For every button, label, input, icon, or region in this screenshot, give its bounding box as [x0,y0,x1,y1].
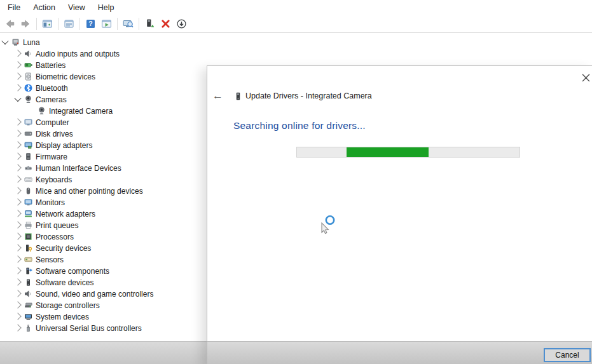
menu-bar: FileActionViewHelp [0,0,592,15]
chevron-right-icon[interactable] [15,325,24,330]
driver-device-icon [234,92,242,100]
tree-item-sensors[interactable]: Sensors [0,253,207,265]
chevron-glyph [14,324,21,331]
chevron-glyph [1,37,8,44]
tree-item-biometric-devices[interactable]: Biometric devices [0,71,207,82]
chevron-right-icon[interactable] [15,245,24,250]
tree-item-audio-inputs-and-outputs[interactable]: Audio inputs and outputs [0,48,207,59]
chevron-right-icon[interactable] [15,291,24,296]
chevron-right-icon[interactable] [15,188,24,193]
update-driver-icon [144,18,155,29]
chevron-right-icon[interactable] [15,211,24,216]
chevron-right-icon[interactable] [15,280,24,285]
usb-controller-icon [24,324,32,332]
tree-item-software-devices[interactable]: Software devices [0,276,207,288]
tree-item-batteries[interactable]: Batteries [0,59,207,71]
tree-item-monitors[interactable]: Monitors [0,196,207,208]
tree-item-label: Cameras [36,95,67,104]
chevron-right-icon[interactable] [15,165,24,170]
tree-item-display-adapters[interactable]: Display adapters [0,139,207,151]
chevron-glyph [14,233,21,239]
chevron-right-icon[interactable] [15,119,24,125]
chevron-right-icon[interactable] [15,74,24,79]
tree-item-network-adapters[interactable]: Network adapters [0,208,207,219]
toolbar-uninstall-device-button[interactable] [158,17,174,32]
toolbar-disable-device-button[interactable] [174,17,189,32]
chevron-right-icon[interactable] [15,142,24,147]
tree-item-label: Network adapters [36,209,95,219]
chevron-glyph [14,301,21,308]
tree-item-system-devices[interactable]: System devices [0,311,207,322]
chevron-right-icon[interactable] [15,268,24,273]
tree-item-security-devices[interactable]: Security devices [0,242,207,253]
chevron-right-icon[interactable] [15,234,24,239]
chevron-down-icon[interactable] [15,97,24,102]
chevron-right-icon[interactable] [15,177,24,182]
tree-item-label: Audio inputs and outputs [36,49,120,58]
help-icon: ? [85,18,96,29]
chevron-down-icon[interactable] [3,39,11,44]
dialog-close-button[interactable] [579,71,592,84]
chevron-right-icon[interactable] [15,314,24,319]
chevron-right-icon[interactable] [15,302,24,307]
tree-item-bluetooth[interactable]: Bluetooth [0,82,207,93]
toolbar-action-pane-button[interactable] [99,17,114,32]
toolbar-forward-button[interactable] [18,17,34,32]
chevron-right-icon[interactable] [15,131,24,136]
tree-item-print-queues[interactable]: Print queues [0,219,207,231]
toolbar-properties-button[interactable] [61,17,77,32]
camera-icon [38,107,46,115]
tree-item-label: Print queues [36,220,78,230]
tree-item-mice-and-other-pointing-devices[interactable]: Mice and other pointing devices [0,185,207,196]
chevron-right-icon[interactable] [15,222,24,227]
tree-item-label: Software components [36,266,109,276]
tree-item-label: Mice and other pointing devices [36,186,143,196]
menu-action[interactable]: Action [27,1,62,14]
tree-item-processors[interactable]: Processors [0,231,207,242]
tree-item-disk-drives[interactable]: Disk drives [0,128,207,139]
chevron-glyph [14,278,21,285]
menu-help[interactable]: Help [92,1,121,14]
tree-item-software-components[interactable]: Software components [0,265,207,276]
chevron-right-icon[interactable] [15,85,24,90]
tree-item-cameras[interactable]: Cameras [0,93,207,105]
toolbar-update-driver-button[interactable] [142,17,158,32]
tree-item-label: Integrated Camera [49,106,113,116]
tree-item-human-interface-devices[interactable]: Human Interface Devices [0,162,207,173]
tree-item-luna[interactable]: Luna [0,36,207,48]
cancel-button[interactable]: Cancel [544,348,591,362]
menu-file[interactable]: File [1,1,27,14]
toolbar-show-hide-console-tree-button[interactable] [39,17,55,32]
chevron-right-icon[interactable] [15,51,24,56]
tree-item-label: Batteries [36,60,65,70]
tree-item-sound-video-and-game-controllers[interactable]: Sound, video and game controllers [0,288,207,299]
chevron-glyph [14,313,21,320]
tree-item-storage-controllers[interactable]: Storage controllers [0,299,207,311]
action-window-icon [101,18,112,29]
toolbar-back-button[interactable] [2,17,18,32]
tree-item-integrated-camera[interactable]: Integrated Camera [0,105,207,116]
dialog-title: Update Drivers - Integrated Camera [245,91,372,100]
tree-item-firmware[interactable]: Firmware [0,151,207,162]
tree-item-label: Security devices [36,243,91,253]
toolbar-scan-for-hardware-changes-button[interactable] [120,17,136,32]
uninstall-x-icon [160,18,171,29]
tree-item-universal-serial-bus-controllers[interactable]: Universal Serial Bus controllers [0,322,207,334]
chevron-right-icon[interactable] [15,257,24,262]
audio-device-icon [24,50,32,58]
tree-item-label: Biometric devices [36,72,95,81]
progress-bar-fill [347,147,429,157]
toolbar-help-button[interactable]: ? [83,17,99,32]
chevron-right-icon[interactable] [15,154,24,159]
forward-arrow-icon [20,18,31,29]
tree-item-keyboards[interactable]: Keyboards [0,173,207,185]
menu-view[interactable]: View [62,1,92,14]
busy-pointer-cursor [317,214,337,237]
hid-icon [24,164,32,172]
dialog-back-button[interactable]: ← [212,90,229,102]
chevron-right-icon[interactable] [15,62,24,67]
tree-item-computer[interactable]: Computer [0,116,207,128]
tree-item-label: Universal Serial Bus controllers [36,323,142,333]
chevron-right-icon[interactable] [15,199,24,205]
dialog-header: ← Update Drivers - Integrated Camera [207,89,372,103]
